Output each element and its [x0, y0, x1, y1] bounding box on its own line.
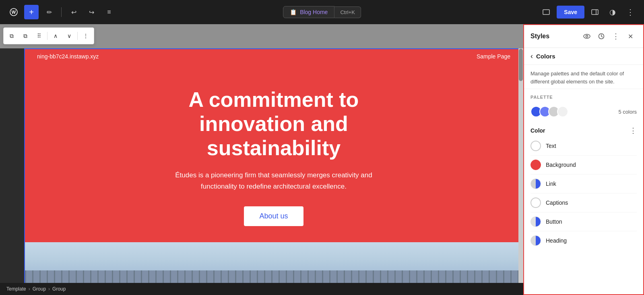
heading-color-circle[interactable] [530, 235, 541, 246]
panel-header-actions: ⋮ ✕ [580, 30, 637, 43]
panel-more-button[interactable]: ⋮ [609, 30, 622, 43]
blog-home-icon: 📋 [290, 9, 297, 15]
edit-mode-button[interactable]: ✏ [42, 5, 56, 19]
block-tool-sep [47, 32, 47, 40]
svg-text:W: W [12, 10, 16, 15]
link-color-circle[interactable] [530, 179, 541, 189]
view-button[interactable] [539, 5, 553, 19]
color-section-header: Color ⋮ [530, 126, 637, 135]
blog-home-label: Blog Home [300, 9, 328, 15]
panel-title: Styles [530, 33, 549, 40]
breadcrumb-group-2: Group [52, 286, 66, 292]
background-color-circle[interactable] [530, 160, 541, 170]
block-tool-sep-2 [77, 32, 78, 40]
panel-history-button[interactable] [595, 30, 608, 43]
block-drag-button[interactable]: ⠿ [33, 29, 45, 42]
heading-color-label: Heading [546, 237, 567, 244]
color-section: Color ⋮ Text Background Link Caption [524, 123, 643, 253]
breadcrumb-group-1: Group [33, 286, 46, 292]
palette-section: PALETTE 5 colors [524, 89, 643, 123]
block-toolbar: ⧉ ⧉ ⠿ ∧ ∨ ⋮ [3, 27, 94, 44]
sidebar-toggle-button[interactable] [588, 5, 602, 19]
block-more-button[interactable]: ⋮ [79, 29, 92, 42]
breadcrumb-bar: Template › Group › Group [0, 283, 523, 295]
color-item-text[interactable]: Text [530, 137, 637, 156]
more-options-button[interactable]: ⋮ [623, 5, 638, 19]
text-color-circle[interactable] [530, 141, 541, 151]
hero-section: A commitment to innovation and sustainab… [24, 64, 523, 242]
hero-title: A commitment to innovation and sustainab… [133, 88, 415, 160]
save-button[interactable]: Save [557, 6, 584, 19]
palette-count: 5 colors [618, 109, 637, 115]
top-bar-right: Save ◑ ⋮ [539, 5, 638, 19]
color-section-more-icon[interactable]: ⋮ [630, 126, 637, 135]
color-section-title: Color [530, 127, 545, 134]
color-item-link[interactable]: Link [530, 175, 637, 193]
text-color-label: Text [546, 143, 556, 149]
panel-eye-button[interactable] [580, 30, 593, 43]
palette-row: 5 colors [530, 104, 637, 120]
wp-logo[interactable]: W [6, 5, 21, 19]
hero-subtitle: Études is a pioneering firm that seamles… [157, 170, 390, 191]
redo-button[interactable]: ↪ [84, 5, 99, 19]
shortcut-label: Ctrl+K [334, 6, 361, 18]
captions-color-label: Captions [546, 199, 568, 206]
breadcrumb-sep-1: › [29, 286, 30, 292]
link-color-label: Link [546, 181, 556, 187]
block-copy-button[interactable]: ⧉ [5, 29, 18, 42]
main-layout: ⧉ ⧉ ⠿ ∧ ∨ ⋮ ning-bb7c24.instawp.xyz Samp… [0, 24, 644, 295]
blog-home-button[interactable]: 📋 Blog Home [283, 6, 334, 18]
swatch-4[interactable] [557, 106, 568, 117]
block-duplicate-button[interactable]: ⧉ [19, 29, 32, 42]
button-color-label: Button [546, 218, 562, 225]
site-header: ning-bb7c24.instawp.xyz Sample Page [24, 48, 523, 64]
add-block-button[interactable]: + [24, 5, 39, 19]
scrollbar-thumb[interactable] [519, 49, 523, 81]
palette-swatches [530, 106, 568, 117]
page-frame: ning-bb7c24.instawp.xyz Sample Page A co… [24, 48, 523, 295]
panel-nav: ‹ Colors [524, 48, 643, 65]
editor-scrollbar[interactable] [518, 48, 523, 295]
breadcrumb-template: Template [6, 286, 26, 292]
left-column [0, 48, 24, 283]
block-down-button[interactable]: ∨ [63, 29, 76, 42]
top-toolbar: W + ✏ ↩ ↪ ≡ 📋 Blog Home Ctrl+K Save ◑ [0, 0, 644, 24]
site-sample-page: Sample Page [477, 53, 510, 60]
right-panel: Styles ⋮ ✕ [523, 24, 644, 295]
svg-rect-2 [543, 10, 549, 15]
svg-rect-3 [592, 10, 598, 15]
editor-area: ⧉ ⧉ ⠿ ∧ ∨ ⋮ ning-bb7c24.instawp.xyz Samp… [0, 24, 523, 295]
panel-header: Styles ⋮ ✕ [524, 25, 643, 48]
color-item-captions[interactable]: Captions [530, 193, 637, 212]
background-color-label: Background [546, 162, 576, 168]
back-arrow-icon[interactable]: ‹ [530, 52, 533, 60]
panel-description: Manage palettes and the default color of… [524, 65, 643, 89]
toolbar-separator-1 [61, 7, 62, 17]
list-view-button[interactable]: ≡ [102, 5, 116, 19]
panel-nav-title: Colors [536, 53, 555, 60]
captions-color-circle[interactable] [530, 197, 541, 208]
undo-button[interactable]: ↩ [66, 5, 81, 19]
block-up-button[interactable]: ∧ [49, 29, 62, 42]
site-domain: ning-bb7c24.instawp.xyz [37, 53, 99, 60]
color-item-button[interactable]: Button [530, 212, 637, 231]
about-us-button[interactable]: About us [244, 206, 303, 226]
center-bar: 📋 Blog Home Ctrl+K [283, 6, 361, 18]
style-toggle-button[interactable]: ◑ [605, 5, 620, 19]
color-item-background[interactable]: Background [530, 156, 637, 175]
palette-label: PALETTE [530, 95, 637, 100]
svg-point-5 [584, 34, 590, 38]
panel-description-text: Manage palettes and the default color of… [530, 71, 624, 85]
breadcrumb-sep-2: › [48, 286, 50, 292]
svg-point-6 [586, 35, 588, 37]
button-color-circle[interactable] [530, 216, 541, 227]
color-item-heading[interactable]: Heading [530, 231, 637, 250]
panel-close-button[interactable]: ✕ [624, 30, 637, 43]
